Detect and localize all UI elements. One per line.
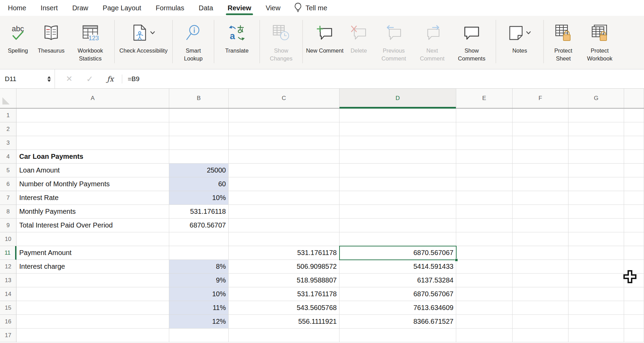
cell-C9[interactable]	[229, 219, 340, 232]
cell-G13[interactable]	[568, 274, 624, 287]
ribbon-button-spelling[interactable]: abcSpelling	[3, 16, 33, 55]
cell-D1[interactable]	[340, 109, 456, 122]
cell-G12[interactable]	[568, 260, 624, 274]
cell-A9[interactable]: Total Interest Paid Over Period	[16, 219, 169, 232]
cell-G17[interactable]	[568, 329, 624, 342]
cell-C16[interactable]: 556.1111921	[229, 315, 340, 329]
row-header-14[interactable]: 14	[0, 287, 16, 301]
column-header-e[interactable]: E	[456, 89, 513, 108]
cell-D11[interactable]: 6870.567067	[340, 246, 456, 260]
cell-A4[interactable]: Car Loan Payments	[16, 150, 169, 164]
formula-input[interactable]: =B9	[128, 75, 139, 83]
cell-F15[interactable]	[513, 301, 568, 315]
cell-A7[interactable]: Interest Rate	[16, 191, 169, 205]
cell-F10[interactable]	[513, 232, 568, 246]
cell-C1[interactable]	[229, 109, 340, 122]
cell-h8[interactable]	[624, 205, 644, 219]
cell-A15[interactable]	[16, 301, 169, 315]
cell-h16[interactable]	[624, 315, 644, 329]
cell-B8[interactable]: 531.176118	[169, 205, 229, 219]
cell-G1[interactable]	[568, 109, 624, 122]
cell-E13[interactable]	[456, 274, 513, 287]
cell-G2[interactable]	[568, 122, 624, 136]
cell-G14[interactable]	[568, 287, 624, 301]
ribbon-button-protect-workbook[interactable]: Protect Workbook	[580, 16, 620, 63]
cell-B5[interactable]: 25000	[169, 164, 229, 177]
cell-E9[interactable]	[456, 219, 513, 232]
cell-C7[interactable]	[229, 191, 340, 205]
fill-handle[interactable]	[455, 258, 458, 262]
cell-A13[interactable]	[16, 274, 169, 287]
cell-D16[interactable]: 8366.671527	[340, 315, 456, 329]
row-header-16[interactable]: 16	[0, 315, 16, 329]
function-icon[interactable]: ƒx	[107, 75, 114, 83]
cell-h5[interactable]	[624, 164, 644, 177]
cell-C8[interactable]	[229, 205, 340, 219]
cell-D17[interactable]	[340, 329, 456, 342]
cell-C3[interactable]	[229, 136, 340, 150]
row-header-15[interactable]: 15	[0, 301, 16, 315]
cell-F12[interactable]	[513, 260, 568, 274]
cell-E17[interactable]	[456, 329, 513, 342]
cell-G16[interactable]	[568, 315, 624, 329]
cell-F14[interactable]	[513, 287, 568, 301]
cell-E3[interactable]	[456, 136, 513, 150]
name-box[interactable]: D11	[0, 69, 55, 88]
cell-D6[interactable]	[340, 177, 456, 191]
cell-B17[interactable]	[169, 329, 229, 342]
tab-tell-me[interactable]: Tell me	[289, 0, 332, 16]
cell-B10[interactable]	[169, 232, 229, 246]
cell-h9[interactable]	[624, 219, 644, 232]
cell-h2[interactable]	[624, 122, 644, 136]
column-header-c[interactable]: C	[229, 89, 340, 108]
row-header-8[interactable]: 8	[0, 205, 16, 219]
cell-B4[interactable]	[169, 150, 229, 164]
cell-h6[interactable]	[624, 177, 644, 191]
ribbon-button-thesaurus[interactable]: Thesaurus	[33, 16, 69, 55]
cell-h15[interactable]	[624, 301, 644, 315]
column-header-b[interactable]: B	[169, 89, 229, 108]
row-header-4[interactable]: 4	[0, 150, 16, 164]
row-header-1[interactable]: 1	[0, 109, 16, 122]
stepper-down-icon[interactable]	[47, 79, 51, 82]
cell-D9[interactable]	[340, 219, 456, 232]
ribbon-button-new-comment[interactable]: New Comment	[306, 16, 344, 55]
cell-F7[interactable]	[513, 191, 568, 205]
cell-A17[interactable]	[16, 329, 169, 342]
cell-C17[interactable]	[229, 329, 340, 342]
cell-F9[interactable]	[513, 219, 568, 232]
cell-D12[interactable]: 5414.591433	[340, 260, 456, 274]
cell-C11[interactable]: 531.1761178	[229, 246, 340, 260]
cell-D5[interactable]	[340, 164, 456, 177]
cell-E16[interactable]	[456, 315, 513, 329]
cell-C14[interactable]: 531.1761178	[229, 287, 340, 301]
row-header-6[interactable]: 6	[0, 177, 16, 191]
cell-E2[interactable]	[456, 122, 513, 136]
cell-A5[interactable]: Loan Amount	[16, 164, 169, 177]
cell-G7[interactable]	[568, 191, 624, 205]
stepper-up-icon[interactable]	[47, 76, 51, 78]
ribbon-button-check-accessibility[interactable]: Check Accessibility	[118, 16, 169, 55]
cell-G9[interactable]	[568, 219, 624, 232]
ribbon-button-workbook-statistics[interactable]: 123Workbook Statistics	[69, 16, 111, 63]
cell-G8[interactable]	[568, 205, 624, 219]
cell-G5[interactable]	[568, 164, 624, 177]
ribbon-button-protect-sheet[interactable]: Protect Sheet	[547, 16, 580, 63]
cell-F16[interactable]	[513, 315, 568, 329]
select-all-corner[interactable]	[0, 89, 16, 108]
cell-B13[interactable]: 9%	[169, 274, 229, 287]
row-header-10[interactable]: 10	[0, 232, 16, 246]
cell-F4[interactable]	[513, 150, 568, 164]
ribbon-button-translate[interactable]: aTranslate	[217, 16, 256, 55]
cell-A16[interactable]	[16, 315, 169, 329]
cell-B11[interactable]	[169, 246, 229, 260]
cell-G11[interactable]	[568, 246, 624, 260]
cell-A10[interactable]	[16, 232, 169, 246]
cell-C12[interactable]: 506.9098572	[229, 260, 340, 274]
cell-A14[interactable]	[16, 287, 169, 301]
cell-D7[interactable]	[340, 191, 456, 205]
cell-B1[interactable]	[169, 109, 229, 122]
cell-h3[interactable]	[624, 136, 644, 150]
tab-draw[interactable]: Draw	[65, 0, 95, 16]
cell-B7[interactable]: 10%	[169, 191, 229, 205]
